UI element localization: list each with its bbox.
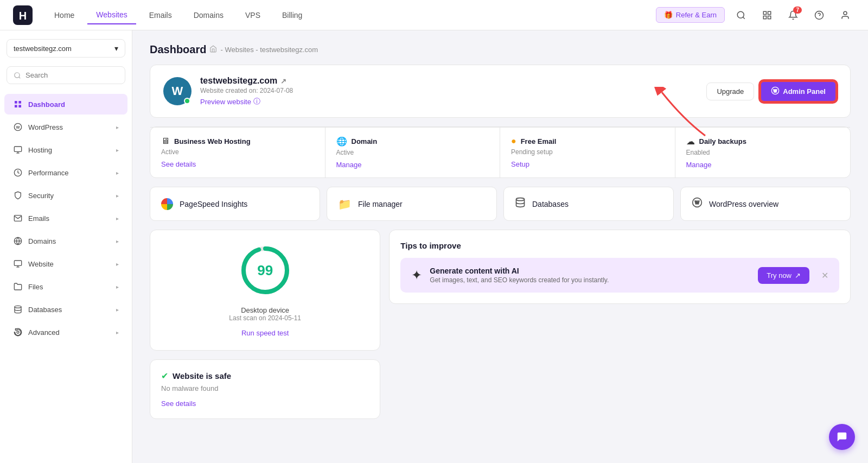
main-content: Dashboard - Websites - testwebsitegz.com…	[132, 30, 868, 463]
refer-earn-button[interactable]: 🎁 Refer & Earn	[656, 7, 725, 23]
sidebar-item-performance[interactable]: Performance ▸	[4, 162, 127, 183]
sidebar-item-files[interactable]: Files ▸	[4, 276, 127, 297]
svg-point-26	[15, 306, 21, 308]
website-name: testwebsitegz.com ↗	[200, 76, 698, 86]
upgrade-button[interactable]: Upgrade	[706, 83, 754, 100]
sidebar-item-security[interactable]: Security ▸	[4, 185, 127, 206]
files-icon	[13, 282, 23, 291]
nav-domains[interactable]: Domains	[185, 7, 232, 24]
nav-billing[interactable]: Billing	[273, 7, 311, 24]
grid-button[interactable]	[757, 5, 777, 25]
nav-vps[interactable]: VPS	[237, 7, 269, 24]
chevron-right-icon: ▸	[116, 329, 119, 335]
svg-point-2	[737, 11, 744, 18]
wp-admin-icon: W	[771, 86, 780, 97]
svg-rect-11	[15, 101, 17, 104]
email-stat-icon: ●	[511, 136, 516, 146]
preview-website-link[interactable]: Preview website ⓘ	[200, 97, 698, 106]
gift-icon: 🎁	[664, 11, 673, 19]
tool-filemanager[interactable]: 📁 File manager	[327, 187, 497, 221]
sidebar-item-databases[interactable]: Databases ▸	[4, 299, 127, 320]
website-selector[interactable]: testwebsitegz.com ▾	[7, 39, 125, 58]
backups-stat-icon: ☁	[686, 136, 695, 147]
sidebar-item-domains[interactable]: Domains ▸	[4, 231, 127, 251]
security-icon	[13, 191, 23, 200]
svg-point-27	[17, 331, 19, 333]
logo[interactable]: H	[13, 5, 33, 25]
breadcrumb: Dashboard - Websites - testwebsitegz.com	[150, 43, 851, 56]
safe-card: ✔ Website is safe No malware found See d…	[150, 359, 380, 419]
google-icon	[161, 198, 173, 210]
tool-databases[interactable]: Databases	[503, 187, 674, 221]
tips-card: Tips to improve ✦ Generate content with …	[389, 230, 851, 304]
layout: testwebsitegz.com ▾ Dashboard W WordPres…	[0, 30, 868, 463]
hosting-stat-link[interactable]: See details	[161, 160, 314, 168]
svg-rect-13	[15, 105, 17, 107]
svg-point-9	[844, 11, 847, 15]
svg-rect-6	[768, 16, 771, 18]
sidebar-item-hosting[interactable]: Hosting ▸	[4, 139, 127, 160]
website-info: testwebsitegz.com ↗ Website created on: …	[200, 76, 698, 106]
domain-stat-link[interactable]: Manage	[336, 161, 489, 169]
topnav-links: Home Websites Emails Domains VPS Billing	[46, 6, 656, 24]
notifications-button[interactable]: 7	[783, 5, 803, 25]
search-icon	[14, 72, 21, 79]
search-button[interactable]	[731, 5, 751, 25]
chat-button[interactable]	[829, 424, 855, 450]
chevron-right-icon: ▸	[116, 147, 119, 153]
tool-wordpress-overview[interactable]: W WordPress overview	[680, 187, 851, 221]
external-link-icon[interactable]: ↗	[280, 77, 286, 85]
ai-icon: ✦	[411, 268, 422, 283]
run-speed-test-button[interactable]: Run speed test	[241, 329, 289, 337]
website-selector-text: testwebsitegz.com	[14, 45, 72, 53]
chevron-right-icon: ▸	[116, 284, 119, 290]
svg-rect-17	[14, 147, 21, 151]
try-now-button[interactable]: Try now ↗	[758, 267, 809, 284]
sidebar-item-dashboard[interactable]: Dashboard	[4, 94, 127, 115]
hosting-stat-icon: 🖥	[161, 136, 170, 146]
sidebar-search-box[interactable]	[7, 66, 125, 84]
safe-see-details-link[interactable]: See details	[161, 399, 196, 408]
chevron-right-icon: ▸	[116, 170, 119, 176]
nav-home[interactable]: Home	[46, 7, 83, 24]
nav-websites[interactable]: Websites	[87, 6, 136, 24]
ai-banner-title: Generate content with AI	[430, 267, 750, 275]
ai-banner: ✦ Generate content with AI Get images, t…	[400, 258, 839, 293]
databases-tool-icon	[515, 197, 526, 211]
svg-point-10	[15, 72, 20, 77]
svg-text:W: W	[695, 200, 699, 205]
sidebar-item-advanced[interactable]: Advanced ▸	[4, 322, 127, 343]
search-input[interactable]	[25, 71, 118, 79]
stat-email: ● Free Email Pending setup Setup	[500, 128, 675, 177]
ai-text: Generate content with AI Get images, tex…	[430, 267, 750, 284]
nav-emails[interactable]: Emails	[141, 7, 181, 24]
emails-icon	[13, 213, 23, 223]
notification-badge: 7	[793, 7, 802, 14]
pagespeed-circle: 99	[163, 243, 367, 297]
topnav-right: 🎁 Refer & Earn 7	[656, 5, 855, 25]
sidebar-item-wordpress[interactable]: W WordPress ▸	[4, 117, 127, 137]
page-title: Dashboard	[150, 43, 206, 56]
close-banner-button[interactable]: ✕	[821, 270, 828, 281]
help-button[interactable]	[809, 5, 829, 25]
admin-panel-button[interactable]: W Admin Panel	[760, 80, 837, 103]
performance-icon	[13, 168, 23, 177]
pagespeed-score: 99	[257, 262, 273, 279]
stat-backups: ☁ Daily backups Enabled Manage	[675, 128, 851, 177]
wordpress-icon: W	[13, 122, 23, 132]
pagespeed-card: 99 Desktop device Last scan on 2024-05-1…	[150, 230, 380, 351]
email-stat-link[interactable]: Setup	[511, 160, 664, 168]
right-column: Tips to improve ✦ Generate content with …	[389, 230, 851, 419]
stats-row: 🖥 Business Web Hosting Active See detail…	[150, 126, 851, 178]
svg-rect-12	[18, 101, 21, 104]
folder-icon: 📁	[338, 198, 352, 211]
svg-rect-4	[768, 11, 771, 14]
tool-pagespeed[interactable]: PageSpeed Insights	[150, 187, 320, 221]
sidebar-item-emails[interactable]: Emails ▸	[4, 208, 127, 229]
backups-stat-link[interactable]: Manage	[686, 161, 840, 169]
user-button[interactable]	[835, 5, 855, 25]
svg-point-30	[516, 198, 525, 201]
sidebar-item-website[interactable]: Website ▸	[4, 253, 127, 274]
domains-icon	[13, 236, 23, 246]
hosting-icon	[13, 145, 23, 155]
